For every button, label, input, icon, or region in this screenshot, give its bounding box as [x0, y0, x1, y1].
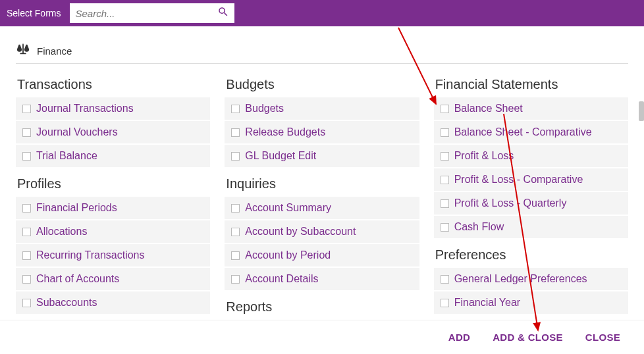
list-item-label: Financial Periods: [36, 202, 117, 214]
group-header: Financial Statements: [434, 73, 628, 97]
list-item[interactable]: Budgets: [225, 97, 419, 120]
column: BudgetsBudgetsRelease BudgetsGL Budget E…: [225, 73, 419, 320]
list-item[interactable]: Financial Year: [434, 291, 628, 314]
list-item-label: Release Budgets: [245, 126, 325, 138]
search-box[interactable]: [70, 3, 234, 23]
scrollbar-thumb[interactable]: [639, 101, 644, 121]
list-item-label: Journal Transactions: [36, 103, 134, 114]
list-item[interactable]: Account by Subaccount: [225, 220, 419, 243]
checkbox-icon[interactable]: [441, 176, 449, 184]
checkbox-icon[interactable]: [231, 152, 240, 161]
checkbox-icon[interactable]: [231, 251, 240, 260]
search-input[interactable]: [75, 8, 217, 19]
checkbox-icon[interactable]: [22, 204, 31, 213]
group: PreferencesGeneral Ledger PreferencesFin…: [434, 243, 628, 314]
list-item-label: Balance Sheet: [454, 103, 523, 114]
group-header: Profiles: [16, 172, 210, 197]
checkbox-icon[interactable]: [441, 275, 449, 284]
list-item-label: Balance Sheet - Comparative: [454, 126, 592, 138]
group: Reports: [225, 295, 419, 320]
list-item-label: Cash Flow: [454, 221, 504, 233]
list-item[interactable]: Balance Sheet: [434, 97, 628, 120]
column: TransactionsJournal TransactionsJournal …: [16, 73, 210, 320]
list-item[interactable]: Profit & Loss - Comparative: [434, 168, 628, 191]
title-bar: Select Forms: [0, 0, 644, 26]
checkbox-icon[interactable]: [441, 299, 449, 307]
checkbox-icon[interactable]: [22, 128, 31, 137]
list-item-label: Account by Period: [245, 249, 331, 261]
list-item[interactable]: Allocations: [16, 220, 210, 243]
checkbox-icon[interactable]: [441, 223, 449, 232]
group-header: Inquiries: [225, 172, 419, 197]
add-and-close-button[interactable]: ADD & CLOSE: [493, 332, 563, 343]
list-item[interactable]: Journal Transactions: [16, 97, 210, 120]
checkbox-icon[interactable]: [22, 105, 31, 113]
title-bar-label: Select Forms: [7, 8, 61, 18]
checkbox-icon[interactable]: [231, 105, 240, 113]
list-item-label: Chart of Accounts: [36, 273, 119, 285]
checkbox-icon[interactable]: [22, 275, 31, 284]
group: InquiriesAccount SummaryAccount by Subac…: [225, 172, 419, 290]
add-button[interactable]: ADD: [448, 332, 470, 343]
list-item-label: Recurring Transactions: [36, 249, 145, 261]
list-item-label: GL Budget Edit: [245, 150, 316, 162]
list-item[interactable]: General Ledger Preferences: [434, 268, 628, 290]
list-item[interactable]: Account by Period: [225, 244, 419, 266]
group: TransactionsJournal TransactionsJournal …: [16, 73, 210, 167]
group: ProfilesFinancial PeriodsAllocationsRecu…: [16, 172, 210, 314]
group-header: Budgets: [225, 73, 419, 97]
list-item[interactable]: Journal Vouchers: [16, 121, 210, 143]
list-item-label: Journal Vouchers: [36, 126, 118, 138]
checkbox-icon[interactable]: [441, 128, 449, 137]
column: Financial StatementsBalance SheetBalance…: [434, 73, 628, 320]
group-header: Preferences: [434, 243, 628, 268]
checkbox-icon[interactable]: [22, 228, 31, 236]
section-title: Finance: [37, 45, 72, 57]
list-item[interactable]: Account Summary: [225, 197, 419, 219]
columns: TransactionsJournal TransactionsJournal …: [16, 73, 628, 320]
checkbox-icon[interactable]: [22, 251, 31, 260]
list-item[interactable]: Trial Balance: [16, 145, 210, 167]
checkbox-icon[interactable]: [441, 199, 449, 208]
list-item-label: Profit & Loss - Comparative: [454, 174, 583, 186]
close-button[interactable]: CLOSE: [585, 332, 620, 343]
footer: ADD ADD & CLOSE CLOSE: [0, 320, 644, 354]
checkbox-icon[interactable]: [231, 228, 240, 236]
list-item[interactable]: Release Budgets: [225, 121, 419, 143]
checkbox-icon[interactable]: [441, 105, 449, 113]
list-item[interactable]: Account Details: [225, 268, 419, 290]
group-header: Transactions: [16, 73, 210, 97]
list-item[interactable]: Balance Sheet - Comparative: [434, 121, 628, 143]
list-item[interactable]: Subaccounts: [16, 291, 210, 314]
list-item-label: Trial Balance: [36, 150, 97, 162]
section-header: Finance: [16, 42, 628, 64]
scrollbar-track[interactable]: [637, 29, 644, 318]
group: Financial StatementsBalance SheetBalance…: [434, 73, 628, 238]
list-item-label: Profit & Loss - Quarterly: [454, 197, 567, 209]
list-item[interactable]: Recurring Transactions: [16, 244, 210, 266]
list-item[interactable]: Financial Periods: [16, 197, 210, 219]
group-header: Reports: [225, 295, 419, 320]
checkbox-icon[interactable]: [22, 299, 31, 307]
list-item-label: Account by Subaccount: [245, 226, 356, 238]
list-item[interactable]: Profit & Loss: [434, 145, 628, 167]
list-item[interactable]: Chart of Accounts: [16, 268, 210, 290]
list-item-label: Account Details: [245, 273, 318, 285]
list-item[interactable]: Profit & Loss - Quarterly: [434, 192, 628, 215]
list-item[interactable]: Cash Flow: [434, 216, 628, 238]
checkbox-icon[interactable]: [231, 128, 240, 137]
list-item-label: Allocations: [36, 226, 87, 238]
list-item-label: Profit & Loss: [454, 150, 514, 162]
search-icon[interactable]: [217, 6, 229, 20]
list-item-label: Account Summary: [245, 202, 331, 214]
checkbox-icon[interactable]: [22, 152, 31, 161]
checkbox-icon[interactable]: [441, 152, 449, 161]
list-item-label: General Ledger Preferences: [454, 273, 587, 285]
checkbox-icon[interactable]: [231, 275, 240, 284]
list-item[interactable]: GL Budget Edit: [225, 145, 419, 167]
checkbox-icon[interactable]: [231, 204, 240, 213]
list-item-label: Subaccounts: [36, 297, 97, 309]
group: BudgetsBudgetsRelease BudgetsGL Budget E…: [225, 73, 419, 167]
list-item-label: Budgets: [245, 103, 284, 114]
scale-icon: [16, 42, 30, 59]
